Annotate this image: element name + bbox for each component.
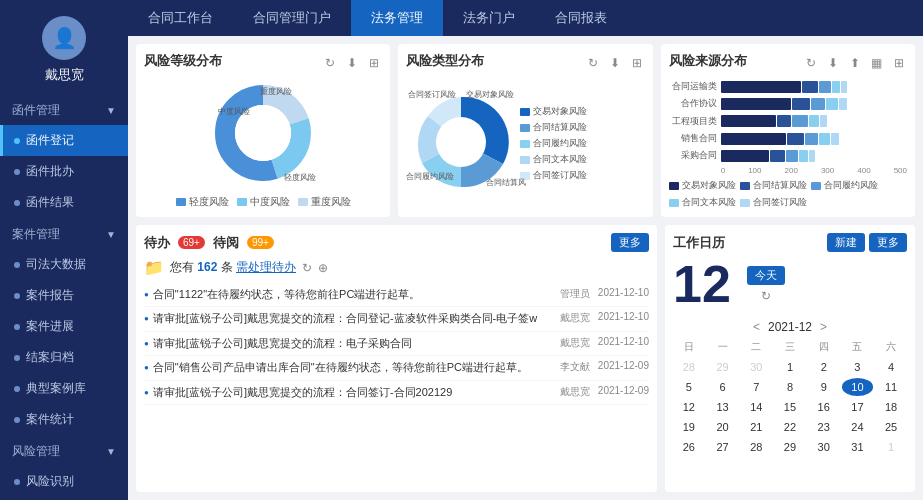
cal-day-14[interactable]: 14 (740, 398, 772, 416)
bar-seg-5 (839, 98, 847, 110)
risk-source-title: 风险来源分布 (669, 52, 747, 70)
cal-day-header-sat: 六 (875, 338, 907, 356)
legend-label: 合同结算风险 (533, 121, 587, 134)
sidebar-item-letter-register[interactable]: 函件登记 (0, 125, 128, 156)
todo-item[interactable]: ● 请审批[蓝锐子公司]戴思宽提交的流程：电子采购合同 戴思宽 2021-12-… (144, 332, 649, 356)
cal-day-5[interactable]: 5 (673, 378, 705, 396)
nav-group-case-title[interactable]: 案件管理 ▼ (0, 218, 128, 249)
add-small-icon[interactable]: ⊕ (318, 261, 328, 275)
legend-performance: 合同履约风险 (811, 179, 878, 192)
cal-day-29[interactable]: 29 (774, 438, 806, 456)
top-nav-contract-report[interactable]: 合同报表 (535, 0, 627, 36)
todo-user: 李文献 (560, 360, 590, 374)
cal-day-27[interactable]: 27 (707, 438, 739, 456)
top-nav-legal-mgmt[interactable]: 法务管理 (351, 0, 443, 36)
sidebar-item-risk-identify[interactable]: 风险识别 (0, 466, 128, 497)
cal-day-20[interactable]: 20 (707, 418, 739, 436)
todo-item[interactable]: ● 合同"1122"在待履约状态，等待您前往PC端进行起草。 管理员 2021-… (144, 283, 649, 307)
cal-prev-btn[interactable]: < (753, 320, 760, 334)
top-nav-legal-portal[interactable]: 法务门户 (443, 0, 535, 36)
sidebar-item-archive[interactable]: 结案归档 (0, 342, 128, 373)
cal-day-28[interactable]: 28 (740, 438, 772, 456)
expand-icon-2[interactable]: ⊞ (629, 55, 645, 71)
download-icon-3[interactable]: ⬇ (825, 55, 841, 71)
todo-item[interactable]: ● 请审批[蓝锐子公司]戴思宽提交的流程：合同签订-合同202129 戴思宽 2… (144, 381, 649, 405)
bar-seg-1 (721, 150, 769, 162)
nav-group-letter-title[interactable]: 函件管理 ▼ (0, 94, 128, 125)
sidebar-item-judicial-data[interactable]: 司法大数据 (0, 249, 128, 280)
sidebar-item-case-report[interactable]: 案件报告 (0, 280, 128, 311)
calendar-more-button[interactable]: 更多 (869, 233, 907, 252)
todo-card: 待办 69+ 待阅 99+ 更多 📁 您有 162 条 需处理待办 (136, 225, 657, 492)
cal-day-1[interactable]: 1 (774, 358, 806, 376)
bar-label: 合同运输类 (669, 80, 717, 93)
cal-day-prev-28[interactable]: 28 (673, 358, 705, 376)
legend-signing-risk: 合同签订风险 (520, 169, 587, 182)
upload-icon-3[interactable]: ⬆ (847, 55, 863, 71)
legend-color (740, 199, 750, 207)
cal-day-header-tue: 二 (740, 338, 772, 356)
top-nav-contract-portal[interactable]: 合同管理门户 (233, 0, 351, 36)
cal-day-22[interactable]: 22 (774, 418, 806, 436)
cal-day-16[interactable]: 16 (808, 398, 840, 416)
cal-day-2[interactable]: 2 (808, 358, 840, 376)
cal-day-10[interactable]: 10 (842, 378, 874, 396)
todo-item[interactable]: ● 合同"销售公司产品申请出库合同"在待履约状态，等待您前往PC端进行起草。 李… (144, 356, 649, 380)
nav-group-risk-title[interactable]: 风险管理 ▼ (0, 435, 128, 466)
cal-day-18[interactable]: 18 (875, 398, 907, 416)
todo-item[interactable]: ● 请审批[蓝锐子公司]戴思宽提交的流程：合同登记-蓝凌软件采购类合同-电子签w… (144, 307, 649, 331)
cal-day-21[interactable]: 21 (740, 418, 772, 436)
cal-day-24[interactable]: 24 (842, 418, 874, 436)
today-button[interactable]: 今天 (747, 266, 785, 285)
todo-text: 请审批[蓝锐子公司]戴思宽提交的流程：合同登记-蓝凌软件采购类合同-电子签w (153, 311, 556, 326)
cal-day-6[interactable]: 6 (707, 378, 739, 396)
legend-label: 中度风险 (250, 195, 290, 209)
refresh-small-icon[interactable]: ↻ (302, 261, 312, 275)
sidebar-item-case-progress[interactable]: 案件进展 (0, 311, 128, 342)
cal-day-19[interactable]: 19 (673, 418, 705, 436)
more-button[interactable]: 更多 (611, 233, 649, 252)
cal-day-9[interactable]: 9 (808, 378, 840, 396)
cal-day-8[interactable]: 8 (774, 378, 806, 396)
cal-day-13[interactable]: 13 (707, 398, 739, 416)
cal-day-11[interactable]: 11 (875, 378, 907, 396)
new-event-button[interactable]: 新建 (827, 233, 865, 252)
sidebar-item-typical-cases[interactable]: 典型案例库 (0, 373, 128, 404)
bar-seg-1 (721, 81, 801, 93)
cal-day-31[interactable]: 31 (842, 438, 874, 456)
cal-day-prev-30[interactable]: 30 (740, 358, 772, 376)
bar-chart-content: 合同运输类 合作协议 (669, 78, 907, 177)
cal-day-4[interactable]: 4 (875, 358, 907, 376)
expand-icon-3[interactable]: ⊞ (891, 55, 907, 71)
cal-day-26[interactable]: 26 (673, 438, 705, 456)
refresh-cal-icon[interactable]: ↻ (747, 289, 785, 303)
bar-icon-3[interactable]: ▦ (869, 55, 885, 71)
cal-day-25[interactable]: 25 (875, 418, 907, 436)
cal-day-7[interactable]: 7 (740, 378, 772, 396)
sidebar-item-letter-approve[interactable]: 函件批办 (0, 156, 128, 187)
cal-day-30[interactable]: 30 (808, 438, 840, 456)
expand-icon[interactable]: ⊞ (366, 55, 382, 71)
cal-day-17[interactable]: 17 (842, 398, 874, 416)
bar-row-3: 销售合同 (669, 132, 907, 146)
download-icon-2[interactable]: ⬇ (607, 55, 623, 71)
cal-next-btn[interactable]: > (820, 320, 827, 334)
cal-day-prev-29[interactable]: 29 (707, 358, 739, 376)
cal-day-23[interactable]: 23 (808, 418, 840, 436)
main-area: 合同工作台 合同管理门户 法务管理 法务门户 合同报表 风险等级分布 ↻ ⬇ ⊞ (128, 0, 923, 500)
refresh-icon-3[interactable]: ↻ (803, 55, 819, 71)
cal-day-3[interactable]: 3 (842, 358, 874, 376)
top-nav-contract-workbench[interactable]: 合同工作台 (128, 0, 233, 36)
bar-label: 合作协议 (669, 97, 717, 110)
cal-day-12[interactable]: 12 (673, 398, 705, 416)
download-icon[interactable]: ⬇ (344, 55, 360, 71)
refresh-icon-2[interactable]: ↻ (585, 55, 601, 71)
refresh-icon[interactable]: ↻ (322, 55, 338, 71)
cal-day-header-fri: 五 (842, 338, 874, 356)
sidebar-item-letter-result[interactable]: 函件结果 (0, 187, 128, 218)
cal-day-next-1[interactable]: 1 (875, 438, 907, 456)
sidebar-item-case-stats[interactable]: 案件统计 (0, 404, 128, 435)
cal-day-15[interactable]: 15 (774, 398, 806, 416)
bullet-icon: ● (144, 388, 149, 397)
bar-seg-5 (831, 133, 839, 145)
